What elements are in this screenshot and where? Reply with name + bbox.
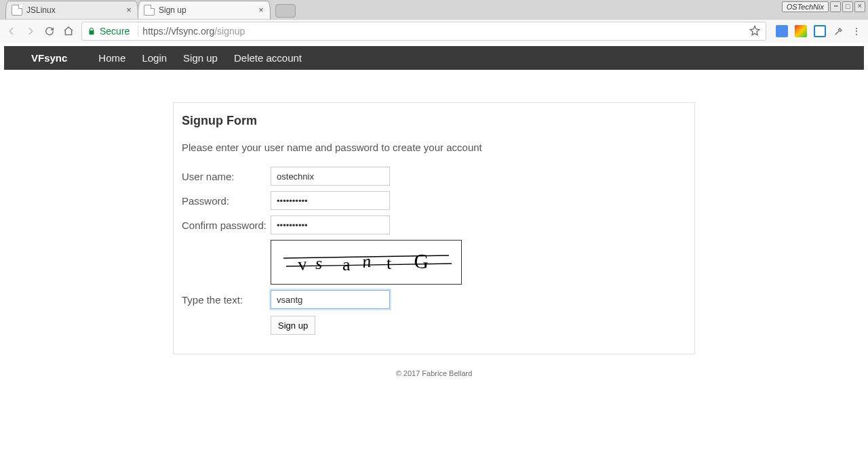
- nav-home[interactable]: Home: [98, 52, 125, 64]
- url-path: /signup: [214, 26, 245, 37]
- form-instructions: Please enter your user name and password…: [182, 142, 686, 153]
- url-scheme: https://: [142, 26, 171, 37]
- svg-text:t: t: [387, 253, 392, 273]
- brand[interactable]: VFsync: [31, 52, 67, 64]
- reload-icon[interactable]: [43, 25, 56, 37]
- label-password: Password:: [182, 188, 271, 213]
- extension-chrome-store-icon[interactable]: [795, 25, 807, 37]
- tab-jslinux[interactable]: JSLinux ×: [5, 1, 138, 19]
- lock-icon: [87, 26, 96, 36]
- label-confirm: Confirm password:: [182, 213, 271, 237]
- separator: [138, 26, 138, 37]
- label-username: User name:: [182, 164, 271, 188]
- svg-text:s: s: [315, 253, 322, 273]
- signup-form: User name: Password: Confirm password:: [182, 164, 466, 337]
- page-icon: [144, 5, 155, 16]
- url-host: vfsync.org: [171, 26, 214, 37]
- svg-text:v: v: [297, 254, 307, 274]
- os-watermark: OSTechNix: [782, 1, 829, 12]
- username-field[interactable]: [271, 167, 390, 186]
- tab-signup[interactable]: Sign up ×: [138, 1, 271, 19]
- bookmark-star-icon[interactable]: [749, 25, 760, 38]
- tab-strip: JSLinux × Sign up ×: [0, 0, 868, 19]
- svg-text:a: a: [342, 255, 351, 274]
- window-minimize-button[interactable]: ━: [830, 1, 841, 12]
- page-viewport: VFsync Home Login Sign up Delete account…: [0, 43, 868, 456]
- signup-card: Signup Form Please enter your user name …: [173, 102, 695, 354]
- close-icon[interactable]: ×: [258, 7, 264, 14]
- nav-delete[interactable]: Delete account: [234, 52, 302, 64]
- window-close-button[interactable]: ✕: [854, 1, 865, 12]
- label-captcha: Type the text:: [182, 287, 271, 312]
- nav-signup[interactable]: Sign up: [183, 52, 218, 64]
- window-maximize-button[interactable]: ▢: [842, 1, 853, 12]
- window-controls: ━ ▢ ✕: [830, 1, 865, 12]
- tab-title: JSLinux: [26, 5, 123, 15]
- confirm-password-field[interactable]: [271, 215, 390, 234]
- close-icon[interactable]: ×: [125, 7, 132, 14]
- browser-chrome: OSTechNix ━ ▢ ✕ JSLinux × Sign up ×: [0, 0, 868, 43]
- captcha-field[interactable]: [271, 290, 390, 309]
- secure-label: Secure: [100, 26, 130, 37]
- nav-login[interactable]: Login: [142, 52, 167, 64]
- home-icon[interactable]: [62, 25, 75, 37]
- extension-translate-icon[interactable]: [776, 25, 788, 37]
- extensions-area: ⋮: [773, 25, 863, 37]
- site-navbar: VFsync Home Login Sign up Delete account: [4, 46, 864, 70]
- forward-icon[interactable]: [24, 25, 37, 37]
- page-footer: © 2017 Fabrice Bellard: [0, 369, 868, 377]
- new-tab-button[interactable]: [275, 4, 296, 18]
- extension-screenshot-icon[interactable]: [814, 25, 826, 37]
- captcha-image: v s a n t G: [271, 240, 462, 285]
- svg-text:n: n: [361, 251, 372, 272]
- password-field[interactable]: [271, 191, 390, 210]
- address-bar[interactable]: Secure https://vfsync.org/signup: [81, 22, 766, 41]
- address-bar-row: Secure https://vfsync.org/signup ⋮: [0, 19, 868, 43]
- eyedropper-icon[interactable]: [833, 25, 845, 37]
- signup-button[interactable]: Sign up: [271, 316, 315, 335]
- page-icon: [12, 5, 22, 16]
- svg-text:G: G: [414, 249, 429, 272]
- menu-icon[interactable]: ⋮: [852, 26, 863, 37]
- back-icon[interactable]: [5, 25, 18, 37]
- page-body: Signup Form Please enter your user name …: [0, 70, 868, 354]
- tab-title: Sign up: [159, 5, 255, 15]
- form-heading: Signup Form: [182, 114, 686, 128]
